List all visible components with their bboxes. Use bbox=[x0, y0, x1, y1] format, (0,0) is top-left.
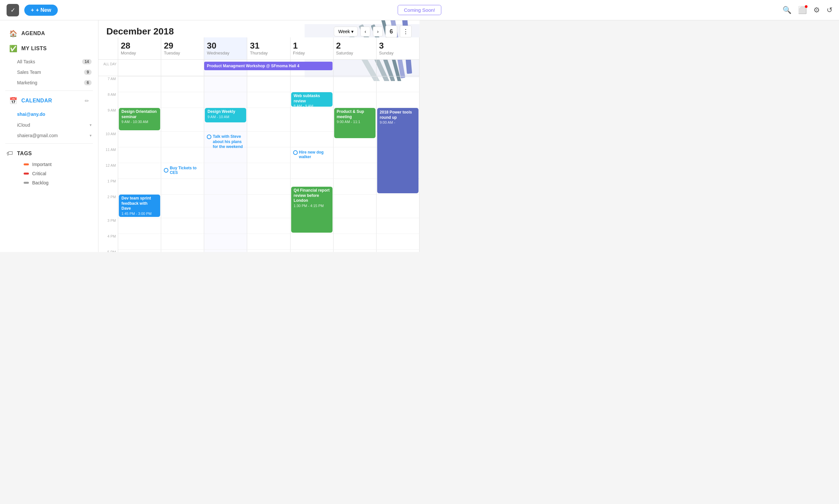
topbar-left: ✓ + + New bbox=[6, 4, 58, 16]
event-talk-steve[interactable]: Talk with Steve about his plans for the … bbox=[205, 133, 246, 151]
marketing-label: Marketing bbox=[17, 80, 37, 85]
event-q4-financial-title: Q4 Financial report review before London bbox=[294, 188, 330, 203]
coming-soon-button[interactable]: Coming Soon! bbox=[397, 5, 420, 15]
time-row-2pm: 2 PM Dev team sprint feedback with Dave … bbox=[99, 194, 420, 218]
day-header-sat: 2 Saturday bbox=[334, 37, 376, 59]
day-29-number: 29 bbox=[164, 41, 201, 50]
event-product-sup[interactable]: Product & Sup meeting 9:00 AM - 11:1 bbox=[334, 108, 376, 138]
today-number: 6 bbox=[390, 28, 393, 35]
cell-mon-7am bbox=[118, 76, 161, 92]
day-1-number: 1 bbox=[293, 41, 331, 50]
today-button[interactable]: 6 bbox=[385, 25, 397, 37]
time-label-7am: 7 AM bbox=[99, 76, 118, 92]
week-view-selector[interactable]: Week ▾ bbox=[334, 26, 358, 36]
event-power-tools[interactable]: 2018 Power tools round up 9:00 AM - bbox=[377, 108, 418, 193]
tag-critical[interactable]: Critical bbox=[6, 169, 92, 178]
event-dev-team-sprint-title: Dev team sprint feedback with Dave bbox=[122, 196, 158, 211]
cell-sat-8am bbox=[334, 92, 376, 108]
cell-mon-3pm bbox=[118, 218, 161, 234]
cell-sat-3pm bbox=[334, 218, 376, 234]
event-power-tools-title: 2018 Power tools round up bbox=[380, 110, 416, 120]
app-logo: ✓ bbox=[6, 4, 19, 16]
cell-wed-3pm bbox=[204, 218, 247, 234]
edit-icon[interactable]: ✏ bbox=[85, 98, 89, 104]
sidebar-sub-sales-team[interactable]: Sales Team 9 bbox=[0, 67, 98, 77]
topbar-center: Coming Soon! bbox=[397, 5, 420, 15]
sidebar-item-my-lists[interactable]: ✅ MY LISTS bbox=[3, 41, 95, 56]
sales-team-label: Sales Team bbox=[17, 70, 41, 75]
cell-tue-2pm bbox=[161, 194, 204, 218]
cell-thu-5pm bbox=[247, 249, 290, 252]
cell-sun-9am: 2018 Power tools round up 9:00 AM - bbox=[376, 108, 420, 131]
cell-mon-4pm bbox=[118, 234, 161, 249]
gmail-label: shaiera@gmail.com bbox=[17, 133, 58, 138]
cell-thu-2pm bbox=[247, 194, 290, 218]
cell-fri-7am bbox=[290, 76, 334, 92]
time-row-8am: 8 AM Web subtasks review 8 AM - 9 AM bbox=[99, 92, 420, 108]
day-3-name: Sunday bbox=[379, 51, 416, 55]
time-label-8am: 8 AM bbox=[99, 92, 118, 108]
day-28-number: 28 bbox=[121, 41, 158, 50]
time-label-12am: 12 AM bbox=[99, 163, 118, 179]
event-q4-financial[interactable]: Q4 Financial report review before London… bbox=[291, 187, 333, 233]
marketing-badge: 6 bbox=[84, 80, 92, 85]
topbar: ✓ + + New Coming Soon! 🔍 ⬜ ⚙ ↺ bbox=[0, 0, 420, 20]
prev-week-button[interactable]: ‹ bbox=[360, 26, 370, 36]
tags-icon: 🏷 bbox=[6, 150, 13, 157]
plus-icon: + bbox=[31, 7, 34, 13]
buy-tickets-circle-icon bbox=[164, 168, 168, 173]
cell-tue-11am bbox=[161, 147, 204, 163]
event-design-weekly[interactable]: Design Weekly 9 AM - 10 AM bbox=[205, 108, 246, 122]
event-design-weekly-title: Design Weekly bbox=[208, 109, 244, 114]
event-web-subtasks[interactable]: Web subtasks review 8 AM - 9 AM bbox=[291, 92, 333, 107]
cell-thu-3pm bbox=[247, 218, 290, 234]
day-header-tue: 29 Tuesday bbox=[161, 37, 204, 59]
cell-thu-11am bbox=[247, 147, 290, 163]
tag-backlog[interactable]: Backlog bbox=[6, 178, 92, 187]
dropdown-arrow-icon: ▾ bbox=[351, 29, 354, 34]
cell-wed-10am: Talk with Steve about his plans for the … bbox=[204, 131, 247, 147]
new-button[interactable]: + + New bbox=[24, 5, 58, 16]
cell-sat-2pm bbox=[334, 194, 376, 218]
day-header-thu: 31 Thursday bbox=[247, 37, 290, 59]
allday-event-product-workshop[interactable]: Product Managment Workshop @ SFmoma Hall… bbox=[204, 62, 332, 70]
day-header-sun: 3 Sunday bbox=[376, 37, 420, 59]
event-design-orientation[interactable]: Design Orientation seminar 9 AM - 10:30 … bbox=[119, 108, 160, 130]
next-week-button[interactable]: › bbox=[373, 26, 383, 36]
event-buy-tickets[interactable]: Buy Tickets to CES bbox=[162, 164, 203, 176]
calendar-account-primary[interactable]: shai@any.do bbox=[0, 109, 98, 120]
event-dev-team-sprint[interactable]: Dev team sprint feedback with Dave 1:45 … bbox=[119, 195, 160, 217]
cell-thu-9am bbox=[247, 108, 290, 131]
calendar-account-gmail[interactable]: shaiera@gmail.com ▾ bbox=[0, 130, 98, 141]
calendar-title: December 2018 bbox=[106, 26, 174, 37]
cell-thu-4pm bbox=[247, 234, 290, 249]
day-header-fri: 1 Friday bbox=[290, 37, 334, 59]
allday-label: ALL DAY bbox=[99, 60, 118, 76]
sidebar-sub-all-tasks[interactable]: All Tasks 14 bbox=[0, 56, 98, 67]
event-hire-dog[interactable]: Hire new dog walker bbox=[291, 149, 333, 160]
time-row-1pm: 1 PM bbox=[99, 179, 420, 194]
tag-important[interactable]: Important bbox=[6, 160, 92, 169]
calendar-account-icloud[interactable]: iCloud ▾ bbox=[0, 120, 98, 130]
calendar-grid-wrapper: 28 Monday 29 Tuesday 30 Wednesday 31 Thu… bbox=[99, 37, 420, 252]
time-label-9am: 9 AM bbox=[99, 108, 118, 131]
cal-left: 📅 CALENDAR bbox=[9, 97, 52, 105]
allday-mon bbox=[118, 60, 161, 76]
cell-sat-12am bbox=[334, 163, 376, 179]
time-row-3pm: 3 PM bbox=[99, 218, 420, 234]
sidebar-item-agenda[interactable]: 🏠 AGENDA bbox=[3, 26, 95, 41]
cell-sat-4pm bbox=[334, 234, 376, 249]
allday-sun bbox=[376, 60, 420, 76]
divider-1 bbox=[5, 91, 93, 91]
cell-wed-8am bbox=[204, 92, 247, 108]
cell-mon-12am bbox=[118, 163, 161, 179]
cell-sun-8am bbox=[376, 92, 420, 108]
cell-mon-5pm bbox=[118, 249, 161, 252]
sidebar-item-calendar[interactable]: 📅 CALENDAR ✏ bbox=[3, 93, 95, 108]
time-row-7am: 7 AM bbox=[99, 76, 420, 92]
sidebar-sub-marketing[interactable]: Marketing 6 bbox=[0, 77, 98, 88]
time-row-12am: 12 AM Buy Tickets to CES bbox=[99, 163, 420, 179]
tags-section: 🏷 TAGS Important Critical Backlog bbox=[0, 146, 98, 191]
calendar-label: CALENDAR bbox=[21, 98, 52, 104]
more-options-button[interactable]: ⋮ bbox=[400, 25, 412, 37]
